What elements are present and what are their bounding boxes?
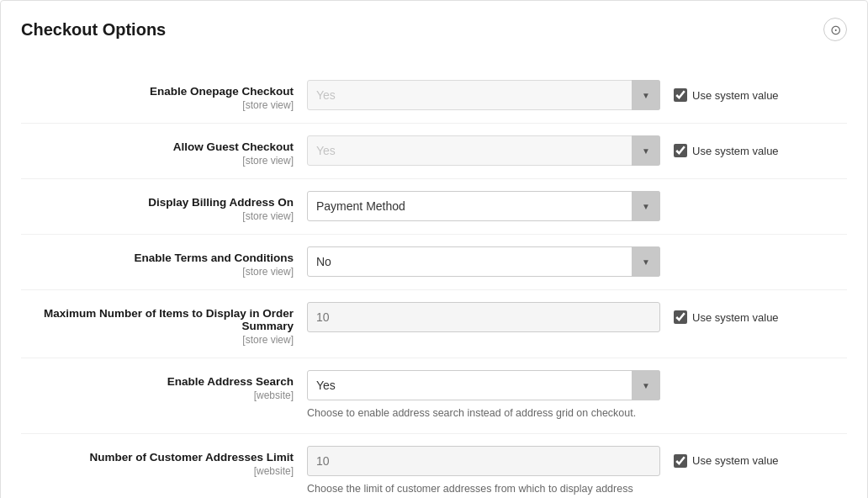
max-items-system-value-checkbox[interactable] bbox=[674, 310, 687, 324]
label-col: Number of Customer Addresses Limit[websi… bbox=[21, 446, 307, 477]
control-row: Yes▼Use system value bbox=[307, 80, 847, 110]
enable-terms-select[interactable]: No bbox=[307, 246, 660, 277]
settings-row: Enable Address Search[website]Yes▼Choose… bbox=[21, 358, 847, 434]
control-row: No▼ bbox=[307, 246, 847, 277]
enable-address-search-select[interactable]: Yes bbox=[307, 370, 660, 400]
field-label: Enable Terms and Conditions bbox=[21, 252, 294, 264]
help-text: Choose to enable address search instead … bbox=[307, 405, 660, 421]
field-scope: [website] bbox=[21, 389, 294, 401]
field-scope: [website] bbox=[21, 465, 294, 477]
help-text: Choose the limit of customer addresses f… bbox=[307, 481, 660, 498]
system-value-wrap: Use system value bbox=[674, 454, 779, 468]
control-row: Yes▼ bbox=[307, 370, 847, 400]
select-wrapper: Payment Method▼ bbox=[307, 191, 660, 221]
display-billing-select[interactable]: Payment Method bbox=[307, 191, 660, 221]
field-label: Number of Customer Addresses Limit bbox=[21, 451, 294, 464]
page-title: Checkout Options bbox=[21, 20, 166, 40]
system-value-wrap: Use system value bbox=[674, 144, 779, 157]
control-row: Yes▼Use system value bbox=[307, 135, 847, 166]
settings-row: Enable Terms and Conditions[store view]N… bbox=[21, 235, 847, 290]
control-row: Use system value bbox=[307, 302, 847, 332]
control-row: Use system value bbox=[307, 446, 847, 476]
enable-onepage-select[interactable]: Yes bbox=[307, 80, 660, 110]
label-col: Maximum Number of Items to Display in Or… bbox=[21, 302, 307, 346]
settings-table: Enable Onepage Checkout[store view]Yes▼U… bbox=[21, 68, 847, 498]
field-scope: [store view] bbox=[21, 334, 294, 346]
control-col: Yes▼Use system value bbox=[307, 80, 847, 110]
system-value-label: Use system value bbox=[692, 454, 779, 467]
label-col: Allow Guest Checkout[store view] bbox=[21, 135, 307, 167]
field-label: Maximum Number of Items to Display in Or… bbox=[21, 307, 294, 332]
field-scope: [store view] bbox=[21, 210, 294, 222]
system-value-label: Use system value bbox=[692, 311, 779, 324]
settings-row: Display Billing Address On[store view]Pa… bbox=[21, 179, 847, 235]
label-col: Display Billing Address On[store view] bbox=[21, 191, 307, 222]
field-label: Enable Onepage Checkout bbox=[21, 85, 294, 98]
select-wrapper: Yes▼ bbox=[307, 80, 660, 110]
field-scope: [store view] bbox=[21, 99, 294, 111]
control-col: Use system value bbox=[307, 302, 847, 332]
settings-row: Enable Onepage Checkout[store view]Yes▼U… bbox=[21, 68, 847, 124]
control-col: Payment Method▼ bbox=[307, 191, 847, 221]
select-wrapper: Yes▼ bbox=[307, 135, 660, 166]
enable-onepage-system-value-checkbox[interactable] bbox=[674, 88, 687, 102]
system-value-wrap: Use system value bbox=[674, 310, 779, 324]
control-col: Yes▼Choose to enable address search inst… bbox=[307, 370, 847, 421]
label-col: Enable Terms and Conditions[store view] bbox=[21, 246, 307, 278]
control-col: No▼ bbox=[307, 246, 847, 277]
field-scope: [store view] bbox=[21, 266, 294, 278]
field-label: Enable Address Search bbox=[21, 375, 294, 388]
customer-addresses-limit-system-value-checkbox[interactable] bbox=[674, 454, 687, 468]
max-items-input[interactable] bbox=[307, 302, 660, 332]
system-value-wrap: Use system value bbox=[674, 88, 779, 102]
control-col: Yes▼Use system value bbox=[307, 135, 847, 166]
checkout-options-panel: Checkout Options ⊙ Enable Onepage Checko… bbox=[0, 0, 868, 498]
customer-addresses-limit-input[interactable] bbox=[307, 446, 660, 476]
panel-header: Checkout Options ⊙ bbox=[21, 18, 847, 48]
settings-row: Allow Guest Checkout[store view]Yes▼Use … bbox=[21, 124, 847, 179]
field-label: Allow Guest Checkout bbox=[21, 140, 294, 153]
system-value-label: Use system value bbox=[692, 145, 779, 157]
allow-guest-system-value-checkbox[interactable] bbox=[674, 144, 687, 157]
system-value-label: Use system value bbox=[692, 89, 779, 102]
select-wrapper: No▼ bbox=[307, 246, 660, 277]
label-col: Enable Onepage Checkout[store view] bbox=[21, 80, 307, 111]
label-col: Enable Address Search[website] bbox=[21, 370, 307, 401]
settings-row: Number of Customer Addresses Limit[websi… bbox=[21, 434, 847, 498]
settings-row: Maximum Number of Items to Display in Or… bbox=[21, 290, 847, 358]
field-scope: [store view] bbox=[21, 155, 294, 167]
field-label: Display Billing Address On bbox=[21, 196, 294, 209]
collapse-button[interactable]: ⊙ bbox=[823, 18, 847, 41]
control-col: Use system valueChoose the limit of cust… bbox=[307, 446, 847, 498]
select-wrapper: Yes▼ bbox=[307, 370, 660, 400]
control-row: Payment Method▼ bbox=[307, 191, 847, 221]
allow-guest-select[interactable]: Yes bbox=[307, 135, 660, 166]
